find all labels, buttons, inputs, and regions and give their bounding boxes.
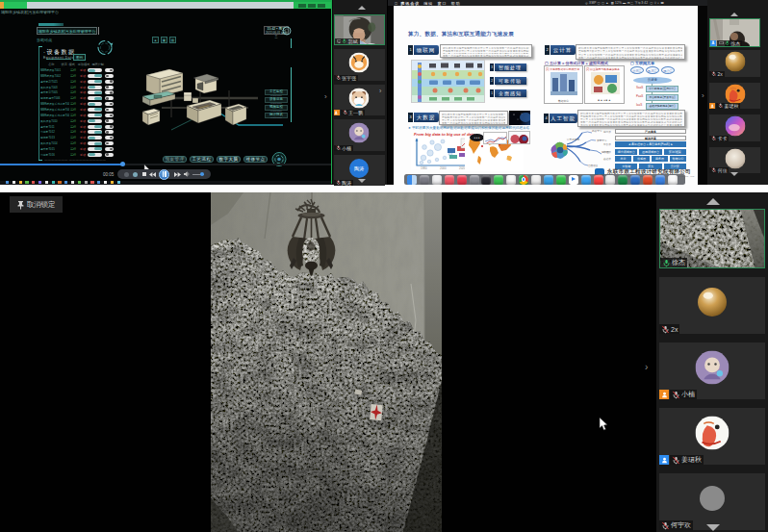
svg-text:自然语言: 自然语言 xyxy=(588,164,599,167)
svg-text:2000: 2000 xyxy=(440,166,447,170)
svg-text:1980: 1980 xyxy=(421,166,427,170)
svg-text:计算机视觉: 计算机视觉 xyxy=(567,138,579,141)
svg-text:机器学习: 机器学习 xyxy=(592,129,602,133)
